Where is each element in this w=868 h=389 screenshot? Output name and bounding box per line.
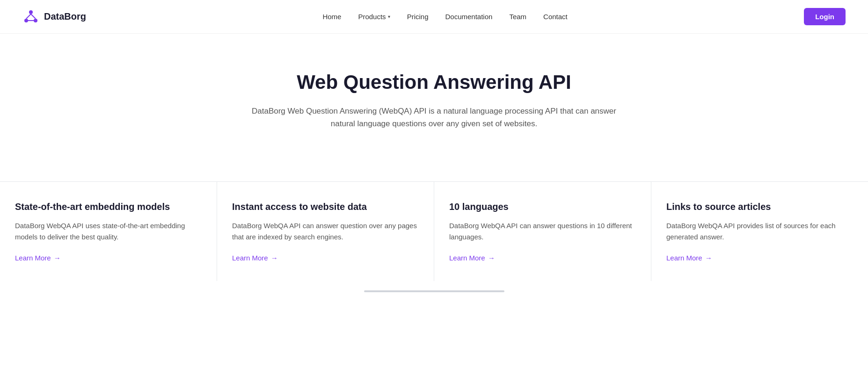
feature-title-instant-access: Instant access to website data [232,201,419,213]
logo-text: DataBorg [44,11,86,22]
svg-line-4 [31,14,36,19]
nav-links: Home Products ▾ Pricing Documentation Te… [322,13,567,21]
feature-card-languages: 10 languages DataBorg WebQA API can answ… [434,182,651,281]
feature-desc-embedding: DataBorg WebQA API uses state-of-the-art… [15,220,202,243]
nav-link-documentation[interactable]: Documentation [445,13,492,21]
navbar: DataBorg Home Products ▾ Pricing Documen… [0,0,868,34]
arrow-right-icon-3: → [705,254,712,262]
nav-link-contact[interactable]: Contact [543,13,568,21]
learn-more-languages[interactable]: Learn More → [449,254,495,262]
svg-point-0 [29,10,33,14]
features-section: State-of-the-art embedding models DataBo… [0,181,868,281]
feature-desc-instant-access: DataBorg WebQA API can answer question o… [232,220,419,243]
learn-more-instant-access[interactable]: Learn More → [232,254,278,262]
nav-link-pricing[interactable]: Pricing [407,13,429,21]
nav-item-team[interactable]: Team [509,13,526,21]
nav-item-documentation[interactable]: Documentation [445,13,492,21]
nav-item-products[interactable]: Products ▾ [358,13,390,21]
feature-card-instant-access: Instant access to website data DataBorg … [217,182,434,281]
scroll-bar[interactable] [364,290,504,292]
feature-card-embedding: State-of-the-art embedding models DataBo… [0,182,217,281]
nav-link-products[interactable]: Products ▾ [358,13,390,21]
nav-item-pricing[interactable]: Pricing [407,13,429,21]
nav-item-contact[interactable]: Contact [543,13,568,21]
nav-item-home[interactable]: Home [322,13,341,21]
feature-title-source-articles: Links to source articles [666,201,853,213]
nav-link-home[interactable]: Home [322,13,341,21]
hero-title: Web Question Answering API [22,71,846,94]
nav-link-team[interactable]: Team [509,13,526,21]
logo-icon [22,8,39,25]
login-button[interactable]: Login [804,8,846,25]
feature-card-source-articles: Links to source articles DataBorg WebQA … [651,182,868,281]
feature-title-languages: 10 languages [449,201,636,213]
learn-more-source-articles[interactable]: Learn More → [666,254,712,262]
hero-subtitle: DataBorg Web Question Answering (WebQA) … [252,105,617,130]
arrow-right-icon-0: → [54,254,61,262]
arrow-right-icon-2: → [488,254,495,262]
feature-desc-source-articles: DataBorg WebQA API provides list of sour… [666,220,853,243]
feature-desc-languages: DataBorg WebQA API can answer questions … [449,220,636,243]
arrow-right-icon-1: → [271,254,278,262]
svg-line-3 [26,14,31,19]
logo[interactable]: DataBorg [22,8,86,25]
learn-more-embedding[interactable]: Learn More → [15,254,61,262]
chevron-down-icon: ▾ [388,14,390,19]
feature-title-embedding: State-of-the-art embedding models [15,201,202,213]
scroll-indicator [0,281,868,302]
hero-section: Web Question Answering API DataBorg Web … [0,34,868,158]
